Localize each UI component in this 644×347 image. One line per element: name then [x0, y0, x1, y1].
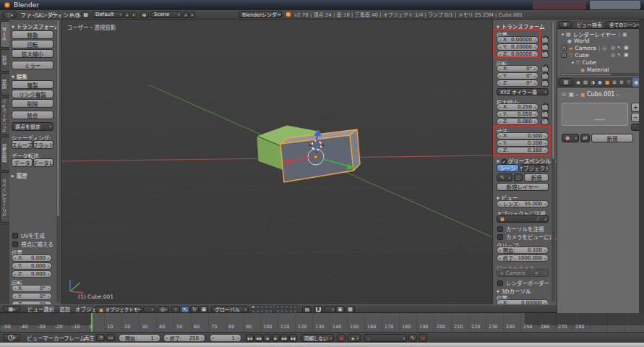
camera-restrict-icons[interactable]: ◎↖▣: [611, 45, 629, 51]
clip-start-field[interactable]: 開始:0.100: [497, 247, 549, 254]
viewport-canvas[interactable]: [61, 20, 492, 304]
selected-cube-object[interactable]: [280, 129, 360, 182]
shade-smooth-button[interactable]: スムーズ: [12, 140, 33, 149]
timeline-track[interactable]: -50-40-30-20-100102030405060708090100110…: [0, 313, 644, 332]
material-slot-list[interactable]: ○ —: [562, 103, 628, 126]
editor-type-properties-button[interactable]: ▤: [559, 78, 572, 86]
tool-shelf-scrollbar[interactable]: [56, 21, 60, 303]
op-location-z-field[interactable]: Z:0.000: [12, 270, 52, 278]
tool-tab-create[interactable]: 作成: [0, 49, 9, 72]
orientation-dropdown[interactable]: グローバル: [211, 306, 249, 313]
properties-tab-modifiers[interactable]: [618, 78, 625, 87]
rotation-y-field[interactable]: Y:0°: [497, 72, 538, 80]
layer-toggle[interactable]: [293, 305, 297, 309]
render-border-checkbox[interactable]: レンダーボーダー: [497, 279, 549, 287]
add-layout-button[interactable]: +: [124, 12, 130, 18]
manipulator-rotate-button[interactable]: ↻: [190, 306, 199, 313]
mirror-button[interactable]: ミラー: [12, 61, 53, 69]
mode-dropdown[interactable]: ■オブジェクトモード: [95, 306, 142, 313]
layer-toggle[interactable]: [265, 305, 268, 309]
scene-select[interactable]: Scene: [150, 11, 182, 18]
tool-tab-tools[interactable]: ツール: [0, 21, 9, 48]
layer-toggle[interactable]: [256, 305, 259, 309]
properties-tab-object-data[interactable]: [625, 78, 632, 87]
tool-tab-relations[interactable]: 関連: [0, 73, 9, 95]
op-rotation-y-field[interactable]: Y:0°: [12, 293, 52, 300]
render-engine-select[interactable]: Blenderレンダー: [239, 11, 282, 18]
rotate-button[interactable]: 回転: [12, 40, 53, 48]
lock-location-z[interactable]: [541, 51, 549, 58]
snap-magnet-button[interactable]: [314, 306, 323, 313]
gp-new-layer-button[interactable]: 新規レイヤー: [497, 183, 549, 191]
duplicate-button[interactable]: 複製: [12, 80, 53, 89]
gp-object-tab[interactable]: オブジェクト: [520, 164, 549, 172]
set-origin-dropdown[interactable]: 原点を設定: [12, 122, 53, 131]
gp-draw-mode-dropdown[interactable]: ✎: [497, 174, 512, 181]
layer-buttons-group1[interactable]: [252, 305, 274, 313]
properties-tab-constraints[interactable]: [611, 78, 618, 87]
editor-type-timeline-button[interactable]: ▾: [3, 334, 20, 341]
viewport-3d[interactable]: ユーザー・透視投影 (1) Cube.001: [61, 20, 492, 304]
dimensions-y-field[interactable]: Y:0.100: [497, 140, 549, 147]
timeline-playback-menu[interactable]: 再生: [82, 333, 97, 343]
auto-keyframe-button[interactable]: ●: [337, 334, 345, 342]
lens-field[interactable]: レンズ:35.000: [497, 200, 549, 207]
scale-z-field[interactable]: Z:0.080: [497, 118, 538, 125]
outliner-row-cube[interactable]: +▽Cube: [562, 52, 589, 59]
sync-mode-dropdown[interactable]: 同期しない: [301, 334, 334, 342]
layer-toggle[interactable]: [285, 305, 288, 309]
outliner-hscrollbar[interactable]: [560, 73, 640, 76]
dimensions-x-field[interactable]: X:0.500: [497, 132, 549, 140]
layer-toggle[interactable]: [260, 305, 264, 309]
outliner-row-material[interactable]: ◉Material: [580, 67, 609, 73]
material-browse-dropdown[interactable]: ●: [562, 134, 579, 142]
properties-tab-render-layers[interactable]: [582, 78, 589, 87]
tool-tab-physics[interactable]: 物理演算: [0, 137, 9, 171]
layer-toggle[interactable]: [289, 305, 293, 309]
play-button[interactable]: ▶: [272, 334, 280, 342]
preview-range-button[interactable]: ◔: [96, 334, 105, 341]
transfer-data-button[interactable]: データ: [12, 158, 33, 167]
scale-button[interactable]: 拡大縮小: [12, 49, 53, 58]
n-panel-scrollbar[interactable]: [551, 22, 555, 302]
editor-type-outliner-button[interactable]: ≡: [559, 21, 572, 28]
delete-button[interactable]: 削除: [12, 99, 53, 108]
rotation-x-field[interactable]: X:0°: [497, 65, 538, 72]
snap-target-dropdown[interactable]: [324, 306, 336, 313]
location-y-field[interactable]: Y:0.20000: [497, 43, 538, 51]
outliner-row-cube-data[interactable]: ▽Cube: [572, 59, 596, 66]
pivot-dropdown[interactable]: ◎: [157, 306, 169, 313]
gp-color-button[interactable]: ○: [514, 174, 523, 181]
insert-keyframe-button[interactable]: ✎: [408, 334, 417, 342]
align-to-view-checkbox[interactable]: 視点に揃える: [12, 240, 53, 248]
transfer-data-layout-button[interactable]: データレ: [33, 158, 53, 167]
screen-layout-select[interactable]: Default: [92, 11, 124, 18]
op-location-y-field[interactable]: Y:0.000: [12, 262, 52, 270]
current-frame-field[interactable]: 1: [210, 334, 241, 342]
properties-tab-world[interactable]: [596, 78, 604, 87]
new-material-button[interactable]: 新規: [591, 134, 633, 142]
layer-toggle[interactable]: [269, 305, 272, 309]
play-reverse-button[interactable]: ◀: [263, 334, 271, 342]
screen-layout-icon[interactable]: ▦: [81, 12, 90, 18]
tool-tab-animation[interactable]: アニメーション: [0, 97, 9, 135]
select-menu[interactable]: 選択: [41, 305, 56, 312]
layer-toggle[interactable]: [252, 305, 255, 309]
lock-rotation-z[interactable]: [541, 80, 549, 87]
rotation-z-field[interactable]: Z:0°: [497, 80, 538, 87]
outliner-search-menu[interactable]: 検索: [590, 20, 604, 28]
properties-tab-render[interactable]: [575, 78, 582, 87]
lock-to-object-field[interactable]: ■⁄: [497, 215, 549, 223]
join-button[interactable]: 統合: [12, 111, 53, 119]
properties-tab-scene[interactable]: [589, 78, 596, 87]
lock-scale-z[interactable]: [541, 119, 549, 125]
jump-to-end-button[interactable]: ▶▮: [289, 334, 297, 342]
op-location-x-field[interactable]: X:0.000: [12, 254, 52, 262]
gp-scene-tab[interactable]: シーン: [497, 164, 519, 172]
shade-flat-button[interactable]: フラット: [33, 140, 53, 149]
outliner-row-world[interactable]: ●World: [567, 38, 590, 44]
frame-range-button[interactable]: ▭: [106, 334, 115, 341]
render-opengl-button[interactable]: ▣: [335, 306, 345, 313]
generate-uv-checkbox[interactable]: UVを生成: [12, 231, 45, 239]
local-camera-field[interactable]: ▰Camera×: [497, 269, 549, 277]
